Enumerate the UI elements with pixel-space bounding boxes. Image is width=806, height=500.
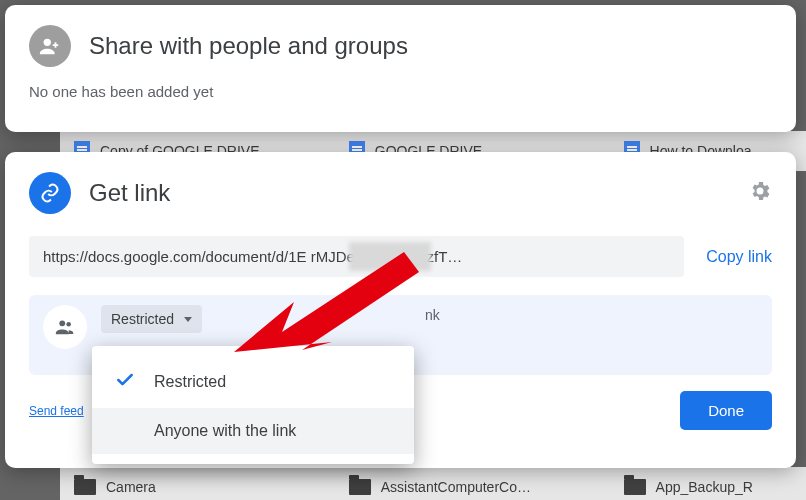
dropdown-item-label: Restricted [154,373,226,391]
share-subtitle: No one has been added yet [29,83,772,100]
dropdown-item-anyone[interactable]: Anyone with the link [92,408,414,454]
access-dropdown-trigger[interactable]: Restricted [101,305,202,333]
send-feedback-link[interactable]: Send feed [29,404,84,418]
svg-point-2 [66,322,71,327]
dropdown-item-restricted[interactable]: Restricted [92,356,414,408]
access-selected-label: Restricted [111,311,174,327]
done-button[interactable]: Done [680,391,772,430]
bg-file-row: Camera AssistantComputerCo… App_Backup_R [0,467,806,500]
dropdown-item-label: Anyone with the link [154,422,296,440]
access-hint-truncated: nk [425,307,440,323]
share-url-display[interactable]: https://docs.google.com/document/d/1E rM… [29,236,684,277]
bg-file-label: App_Backup_R [656,479,753,495]
svg-point-0 [44,39,51,46]
person-add-icon [29,25,71,67]
share-title: Share with people and groups [89,32,408,60]
link-row: https://docs.google.com/document/d/1E rM… [29,236,772,277]
link-icon [29,172,71,214]
folder-icon [349,479,371,495]
bg-folder: AssistantComputerCo… [335,467,610,500]
share-header: Share with people and groups [29,25,772,67]
people-icon [43,305,87,349]
bg-file-label: Camera [106,479,156,495]
copy-link-button[interactable]: Copy link [706,248,772,266]
check-icon [114,370,136,394]
settings-icon[interactable] [748,179,772,207]
chevron-down-icon [184,317,192,322]
bg-folder: Camera [60,467,335,500]
getlink-header: Get link [29,172,772,214]
share-card: Share with people and groups No one has … [5,5,796,132]
bg-folder: App_Backup_R [610,467,806,500]
redacted-segment [349,242,431,271]
bg-file-label: AssistantComputerCo… [381,479,531,495]
folder-icon [624,479,646,495]
getlink-title: Get link [89,179,170,207]
access-dropdown-menu: Restricted Anyone with the link [92,346,414,464]
svg-point-1 [59,320,65,326]
folder-icon [74,479,96,495]
